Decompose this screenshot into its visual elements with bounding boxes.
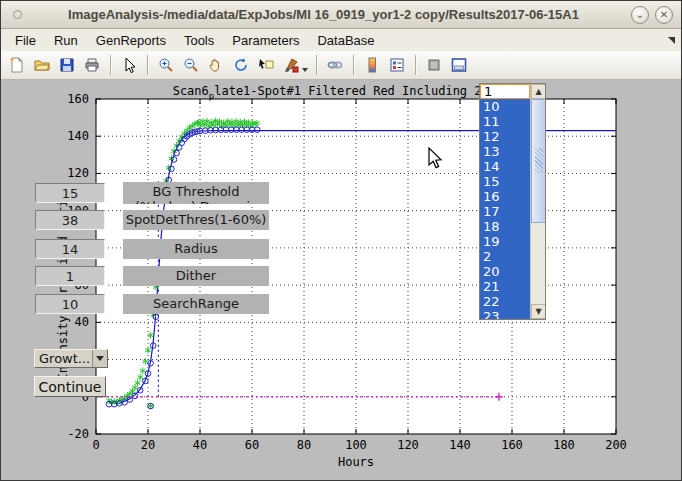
toolbar-separator: [110, 55, 111, 75]
link-plots-icon: [327, 57, 343, 73]
toolbar: [1, 51, 681, 80]
growth-model-dropdown[interactable]: Growt...: [34, 349, 108, 368]
listbox-item-14[interactable]: 14: [480, 159, 530, 174]
shade-button[interactable]: ⌄: [631, 6, 649, 24]
listbox-item-15[interactable]: 15: [480, 174, 530, 189]
searchrange-label-button[interactable]: SearchRange: [123, 294, 269, 314]
dither-label-button[interactable]: Dither: [123, 266, 269, 286]
hide-plot-tools-icon: [426, 57, 442, 73]
continue-button[interactable]: Continue: [34, 376, 106, 397]
zoom-out-icon: [183, 57, 199, 73]
plot-title-text: Scan6: [173, 84, 209, 98]
listbox-item-16[interactable]: 16: [480, 189, 530, 204]
scroll-up-icon[interactable]: ▲: [531, 84, 546, 99]
x-tick-label: 0: [92, 438, 99, 452]
scroll-down-icon[interactable]: ▼: [531, 304, 546, 319]
x-tick-label: 140: [449, 438, 471, 452]
listbox-item-21[interactable]: 21: [480, 279, 530, 294]
rotate-3d-icon: [233, 57, 249, 73]
menu-run[interactable]: Run: [45, 31, 87, 50]
listbox-item-17[interactable]: 17: [480, 204, 530, 219]
pointer-button[interactable]: [117, 53, 141, 77]
bg-threshold-input[interactable]: [35, 183, 105, 203]
window-controls: ⌄ ✕: [631, 6, 673, 24]
save-file-icon: [59, 57, 75, 73]
dropdown-arrow-box[interactable]: [92, 350, 107, 367]
x-tick-label: 80: [297, 438, 311, 452]
pan-button[interactable]: [204, 53, 228, 77]
listbox-scrollbar[interactable]: ▲ ▼: [530, 84, 545, 319]
scrollbar-thumb[interactable]: [531, 99, 546, 223]
chevron-down-icon: [96, 356, 104, 361]
dither-input[interactable]: [35, 266, 105, 286]
radius-input[interactable]: [35, 239, 105, 259]
scan-listbox[interactable]: 110111213141516171819220212223 ▲ ▼: [479, 83, 546, 320]
listbox-item-22[interactable]: 22: [480, 294, 530, 309]
pan-icon: [208, 57, 224, 73]
spotdetthres-input[interactable]: [35, 210, 105, 230]
save-file-button[interactable]: [55, 53, 79, 77]
brush-button[interactable]: [279, 53, 303, 77]
menu-overflow-icon[interactable]: [668, 37, 675, 44]
bg-threshold-label-button[interactable]: BG Threshold(%below) Dynamic: [123, 182, 269, 204]
app-window: ImageAnalysis-/media/data/ExpJobs/MI 16_…: [0, 0, 682, 481]
listbox-item-1[interactable]: 1: [480, 84, 530, 99]
shade-icon: ⌄: [636, 9, 644, 20]
y-tick-label: -20: [67, 427, 89, 441]
scrollbar-grip: [535, 148, 543, 174]
growth-model-dropdown-label: Growt...: [35, 351, 92, 366]
listbox-item-11[interactable]: 11: [480, 114, 530, 129]
toolbar-separator: [415, 55, 416, 75]
y-tick-label: 160: [67, 92, 89, 106]
zoom-in-icon: [158, 57, 174, 73]
data-cursor-button[interactable]: [254, 53, 278, 77]
hide-plot-tools-button[interactable]: [422, 53, 446, 77]
toolbar-separator: [147, 55, 148, 75]
listbox-item-2[interactable]: 2: [480, 249, 530, 264]
link-plots-button[interactable]: [323, 53, 347, 77]
listbox-item-19[interactable]: 19: [480, 234, 530, 249]
menu-tools[interactable]: Tools: [175, 31, 223, 50]
mouse-cursor-icon: [425, 147, 445, 171]
listbox-item-20[interactable]: 20: [480, 264, 530, 279]
insert-legend-button[interactable]: [385, 53, 409, 77]
open-file-button[interactable]: [30, 53, 54, 77]
x-tick-label: 20: [141, 438, 155, 452]
listbox-item-23[interactable]: 23: [480, 309, 530, 320]
zoom-in-button[interactable]: [154, 53, 178, 77]
menu-parameters[interactable]: Parameters: [223, 31, 308, 50]
print-icon: [84, 57, 100, 73]
close-button[interactable]: ✕: [655, 6, 673, 24]
insert-legend-icon: [389, 57, 405, 73]
y-tick-label: 120: [67, 166, 89, 180]
show-plot-tools-button[interactable]: [447, 53, 471, 77]
zoom-out-button[interactable]: [179, 53, 203, 77]
brush-dropdown-icon[interactable]: [302, 68, 308, 72]
listbox-item-12[interactable]: 12: [480, 129, 530, 144]
listbox-item-13[interactable]: 13: [480, 144, 530, 159]
data-cursor-icon: [258, 57, 274, 73]
print-button[interactable]: [80, 53, 104, 77]
listbox-item-10[interactable]: 10: [480, 99, 530, 114]
menu-file[interactable]: File: [6, 31, 45, 50]
spotdetthres-label-button[interactable]: SpotDetThres(1-60%): [123, 210, 269, 230]
x-tick-label: 100: [345, 438, 367, 452]
menu-genreports[interactable]: GenReports: [87, 31, 175, 50]
window-title: ImageAnalysis-/media/data/ExpJobs/MI 16_…: [22, 7, 625, 22]
listbox-item-18[interactable]: 18: [480, 219, 530, 234]
x-tick-label: 40: [193, 438, 207, 452]
rotate-3d-button[interactable]: [229, 53, 253, 77]
x-tick-label: 160: [501, 438, 523, 452]
insert-colorbar-button[interactable]: [360, 53, 384, 77]
radius-label-button[interactable]: Radius: [123, 239, 269, 259]
menu-database[interactable]: DataBase: [308, 31, 383, 50]
new-file-button[interactable]: [5, 53, 29, 77]
searchrange-input[interactable]: [35, 294, 105, 314]
figure-area: Scan6plate1-Spot#1 Filtered Red Includin…: [1, 80, 681, 479]
brush-icon: [283, 57, 299, 73]
y-tick-label: 40: [75, 315, 89, 329]
x-axis-label: Hours: [338, 455, 374, 469]
toolbar-separator: [316, 55, 317, 75]
window-icon[interactable]: [13, 10, 22, 19]
pointer-icon: [121, 57, 137, 73]
